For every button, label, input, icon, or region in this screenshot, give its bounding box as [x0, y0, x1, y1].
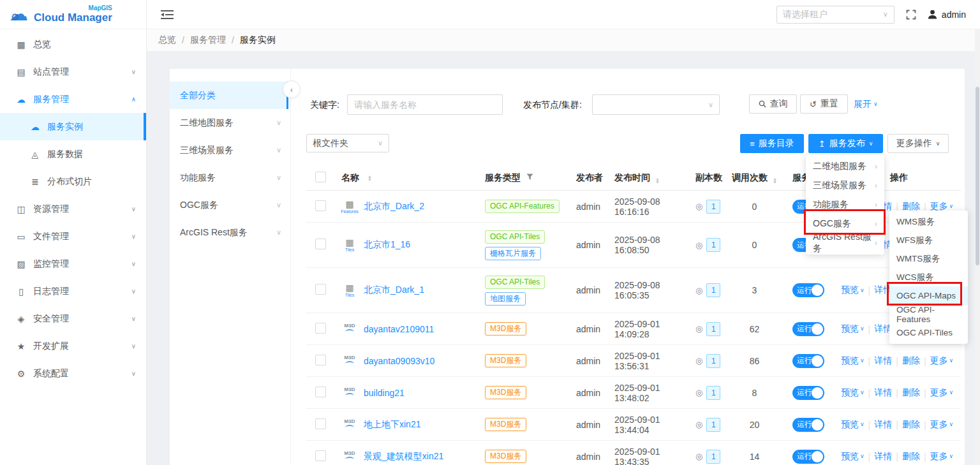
sidebar-item-distributed-tiling[interactable]: ≣ 分布式切片 [0, 168, 146, 195]
sidebar-item-file-management[interactable]: ▭ 文件管理 ∨ [0, 223, 146, 250]
ogc-submenu-item-OGC API-Tiles[interactable]: OGC API-Tiles [889, 323, 968, 342]
sort-icon[interactable]: ▲▼ [655, 177, 660, 184]
row-checkbox[interactable] [315, 418, 326, 429]
select-all-checkbox[interactable] [315, 172, 326, 182]
service-name-link[interactable]: 北京市1_16 [364, 239, 410, 251]
node-select[interactable]: ∨ [592, 94, 720, 115]
collapse-sidebar-icon[interactable] [161, 10, 174, 20]
service-publish-button[interactable]: ↥ 服务发布 ∨ [808, 134, 883, 153]
breadcrumb-item[interactable]: 服务管理 [190, 34, 226, 46]
sidebar-item-overview[interactable]: ▦ 总览 [0, 31, 146, 58]
detail-link[interactable]: 详情 [874, 451, 892, 462]
detail-link[interactable]: 详情 [874, 419, 892, 431]
publish-time-cell: 2025-09-01 14:09:28 [606, 319, 689, 339]
ogc-submenu-item-WMS服务[interactable]: WMS服务 [889, 212, 968, 231]
ogc-submenu-item-WMTS服务[interactable]: WMTS服务 [889, 249, 968, 268]
fullscreen-icon[interactable] [906, 10, 916, 20]
row-checkbox[interactable] [315, 387, 326, 397]
vertical-scrollbar[interactable] [975, 29, 980, 465]
more-link[interactable]: 更多∨ [930, 387, 954, 399]
ogc-submenu-item-OGC API-Maps[interactable]: OGC API-Maps [889, 286, 968, 305]
status-toggle[interactable]: 运行 [792, 283, 824, 297]
publish-menu-item-二维地图服务[interactable]: 二维地图服务 › [806, 157, 884, 176]
status-toggle[interactable]: 运行 [792, 450, 824, 464]
preview-link[interactable]: 预览∨ [841, 419, 865, 431]
more-link[interactable]: 更多∨ [930, 419, 954, 431]
scrollbar-thumb[interactable] [976, 87, 979, 265]
category-item-all[interactable]: 全部分类 [170, 82, 288, 109]
sidebar-item-service-instance[interactable]: ☁ 服务实例 [0, 113, 146, 140]
preview-link[interactable]: 预览∨ [841, 323, 865, 335]
more-actions-button[interactable]: 更多操作 ∨ [887, 134, 949, 153]
service-name-link[interactable]: building21 [364, 388, 405, 398]
user-menu[interactable]: admin [928, 10, 966, 20]
category-item-ogc[interactable]: OGC服务 ∨ [170, 191, 290, 219]
collapse-category-panel-button[interactable]: ‹ [283, 80, 301, 98]
sidebar-item-resource-management[interactable]: ◫ 资源管理 ∨ [0, 195, 146, 223]
sort-icon[interactable]: ▲▼ [773, 177, 777, 184]
sidebar-item-service-data[interactable]: ◬ 服务数据 [0, 140, 146, 168]
service-catalog-button[interactable]: ≡ 服务目录 [740, 134, 804, 153]
breadcrumb-item[interactable]: 总览 [158, 34, 176, 46]
delete-link[interactable]: 删除 [902, 451, 920, 462]
tenant-select[interactable]: 请选择租户 ∨ [776, 6, 895, 24]
category-item-scene-3d[interactable]: 三维场景服务 ∨ [170, 137, 290, 164]
sidebar-item-log-management[interactable]: ▯ 日志管理 ∨ [0, 277, 146, 305]
folder-select[interactable]: 根文件夹 ∨ [306, 134, 389, 152]
row-checkbox[interactable] [315, 323, 326, 334]
preview-link[interactable]: 预览∨ [841, 451, 865, 462]
status-toggle[interactable]: 运行 [792, 322, 824, 336]
filter-icon[interactable] [526, 173, 533, 181]
query-button[interactable]: 查询 [749, 94, 797, 114]
service-name-link[interactable]: 北京市_Dark_1 [364, 284, 424, 296]
category-item-arcgis-rest[interactable]: ArcGIS Rest服务 ∨ [170, 219, 290, 246]
more-link[interactable]: 更多∨ [930, 355, 954, 367]
chevron-down-icon: ∨ [860, 390, 865, 395]
delete-link[interactable]: 删除 [902, 387, 920, 399]
delete-link[interactable]: 删除 [902, 419, 920, 431]
category-item-function[interactable]: 功能服务 ∨ [170, 164, 290, 191]
sidebar-item-site-management[interactable]: ▤ 站点管理 ∨ [0, 58, 146, 85]
preview-link[interactable]: 预览∨ [841, 284, 865, 296]
service-name-link[interactable]: 景观_建筑模型xin21 [364, 451, 443, 462]
preview-link[interactable]: 预览∨ [841, 355, 865, 367]
row-checkbox[interactable] [315, 239, 326, 249]
publish-menu-item-三维场景服务[interactable]: 三维场景服务 › [806, 176, 884, 195]
service-cloud-icon: ☁ [15, 94, 27, 105]
status-toggle[interactable]: 运行 [792, 386, 824, 400]
more-link[interactable]: 更多∨ [930, 451, 954, 462]
row-checkbox[interactable] [315, 200, 326, 211]
row-checkbox[interactable] [315, 284, 326, 295]
row-checkbox[interactable] [315, 355, 326, 365]
reset-button[interactable]: ↺ 重置 [800, 94, 848, 114]
publish-menu-item-ArcGIS Rest服务[interactable]: ArcGIS Rest服务 › [806, 233, 884, 253]
service-name-link[interactable]: dayanta09093v10 [364, 356, 434, 366]
sidebar: ☁ ⚙ MapGIS Cloud Manager ▦ 总览 ▤ 站点管理 ∨ ☁… [0, 0, 147, 465]
ogc-submenu-item-OGC API-Features[interactable]: OGC API-Features [889, 305, 968, 323]
category-item-map-2d[interactable]: 二维地图服务 ∨ [170, 109, 290, 137]
delete-link[interactable]: 删除 [902, 355, 920, 367]
service-name-link[interactable]: dayantav2109011 [364, 324, 434, 334]
sidebar-item-monitor-management[interactable]: ▨ 监控管理 ∨ [0, 250, 146, 277]
sidebar-item-system-config[interactable]: ⚙ 系统配置 ∨ [0, 360, 146, 387]
row-checkbox[interactable] [315, 450, 326, 461]
sidebar-item-dev-extension[interactable]: ★ 开发扩展 ∨ [0, 332, 146, 360]
publish-menu-item-功能服务[interactable]: 功能服务 › [806, 195, 884, 214]
expand-filters-link[interactable]: 展开∨ [854, 94, 878, 114]
keyword-input[interactable] [347, 94, 503, 115]
chevron-down-icon: ∨ [708, 101, 713, 109]
service-name-link[interactable]: 北京市_Dark_2 [364, 201, 424, 212]
status-toggle[interactable]: 运行 [792, 354, 824, 368]
ogc-submenu-item-WCS服务[interactable]: WCS服务 [889, 268, 968, 286]
sort-icon[interactable]: ▲▼ [368, 175, 372, 181]
sidebar-item-security-management[interactable]: ◈ 安全管理 ∨ [0, 305, 146, 332]
ogc-submenu-item-WFS服务[interactable]: WFS服务 [889, 231, 968, 249]
sidebar-item-service-management[interactable]: ☁ 服务管理 ∧ [0, 85, 146, 113]
detail-link[interactable]: 详情 [874, 355, 892, 367]
publish-menu-item-OGC服务[interactable]: OGC服务 › [806, 214, 884, 233]
service-name-link[interactable]: 地上地下xin21 [364, 419, 420, 431]
detail-link[interactable]: 详情 [874, 387, 892, 399]
preview-link[interactable]: 预览∨ [841, 387, 865, 399]
monitor-icon: ▨ [15, 259, 27, 269]
status-toggle[interactable]: 运行 [792, 418, 824, 432]
